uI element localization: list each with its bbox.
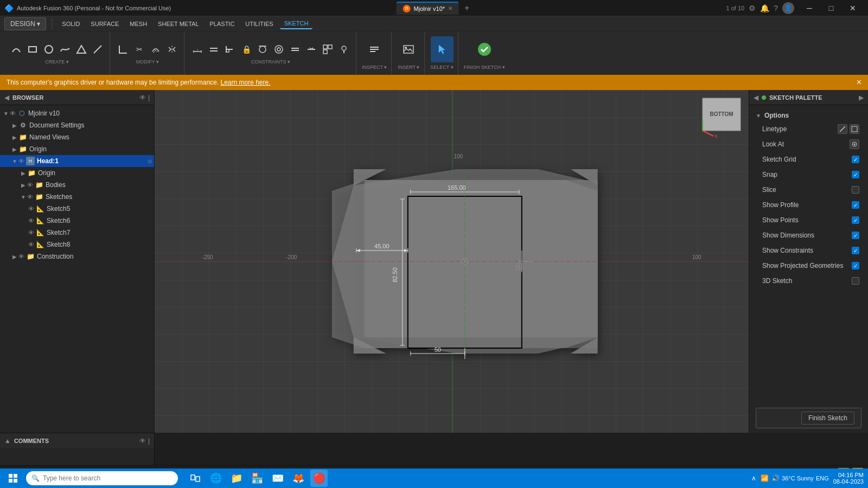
3d-sketch-checkbox[interactable] (852, 277, 859, 285)
comments-eye-btn[interactable]: 👁 (139, 437, 146, 445)
tree-item-bodies[interactable]: ▶ 👁 📁 Bodies (0, 179, 154, 191)
tray-expand[interactable]: ∧ (749, 474, 758, 483)
tree-item-sketch8[interactable]: 👁 📐 Sketch8 (0, 239, 154, 251)
browser-expand-btn[interactable]: | (148, 94, 150, 101)
tool-rect[interactable] (25, 42, 40, 57)
taskbar-search[interactable]: 🔍 (26, 471, 178, 485)
close-btn[interactable]: ✕ (842, 0, 864, 16)
menu-utilities[interactable]: UTILITIES (241, 19, 277, 29)
palette-3d-sketch[interactable]: 3D Sketch (749, 273, 868, 288)
show-projected-checkbox[interactable] (852, 262, 859, 269)
tree-item-named-views[interactable]: ▶ 📁 Named Views (0, 131, 154, 143)
show-profile-checkbox[interactable] (852, 201, 859, 209)
tool-parallel[interactable] (206, 42, 221, 57)
tool-concentric[interactable] (271, 42, 286, 57)
maximize-btn[interactable]: □ (820, 0, 842, 16)
tool-triangle[interactable] (74, 42, 89, 57)
taskbar-store[interactable]: 🏪 (248, 470, 266, 487)
look-at-icon[interactable] (850, 139, 859, 149)
browser-eye-btn[interactable]: 👁 (139, 94, 146, 101)
tool-pattern[interactable] (320, 42, 335, 57)
tool-equal[interactable] (288, 42, 303, 57)
palette-slice[interactable]: Slice (749, 182, 868, 197)
snap-checkbox[interactable] (852, 171, 859, 178)
taskbar-firefox[interactable]: 🦊 (290, 470, 307, 487)
tool-tangent[interactable] (255, 42, 270, 57)
tool-trim[interactable]: ✂ (132, 42, 147, 57)
tray-network[interactable]: 📶 (760, 474, 769, 483)
menu-sheet-metal[interactable]: SHEET METAL (154, 19, 203, 29)
tree-item-doc-settings[interactable]: ▶ ⚙ Document Settings (0, 119, 154, 131)
tool-spline[interactable] (58, 42, 73, 57)
tree-item-sketch5[interactable]: 👁 📐 Sketch5 (0, 203, 154, 215)
tree-item-sketches[interactable]: ▼ 👁 📁 Sketches (0, 191, 154, 203)
linetype-icon1[interactable] (838, 124, 847, 134)
main-tab[interactable]: ⚙ Mjolnir v10* ✕ (397, 2, 459, 15)
taskbar-edge[interactable]: 🌐 (207, 470, 225, 487)
warning-close[interactable]: × (857, 78, 861, 87)
minimize-btn[interactable]: ─ (799, 0, 820, 16)
palette-show-constraints[interactable]: Show Constraints (749, 243, 868, 258)
palette-show-projected[interactable]: Show Projected Geometries (749, 258, 868, 273)
tool-offset[interactable] (148, 42, 163, 57)
taskbar-mail[interactable]: ✉️ (269, 470, 286, 487)
palette-show-points[interactable]: Show Points (749, 213, 868, 228)
show-dimensions-checkbox[interactable] (852, 232, 859, 239)
tool-mirror[interactable] (164, 42, 180, 57)
palette-sketch-grid[interactable]: Sketch Grid (749, 152, 868, 167)
comments-collapse-btn[interactable]: ▲ (4, 437, 11, 445)
tree-item-head1[interactable]: ▼ 👁 H Head:1 ⊙ (0, 155, 154, 167)
taskbar-clock[interactable]: 04:16 PM 08-04-2023 (833, 472, 864, 485)
tool-lock[interactable]: 🔒 (239, 42, 254, 57)
start-button[interactable] (4, 470, 22, 487)
finish-sketch-button[interactable]: Finish Sketch (801, 412, 854, 425)
taskbar-explorer[interactable]: 📁 (228, 470, 245, 487)
tree-item-origin-root[interactable]: ▶ 📁 Origin (0, 143, 154, 155)
show-points-checkbox[interactable] (852, 216, 859, 224)
tool-dimension[interactable] (190, 42, 205, 57)
show-constraints-checkbox[interactable] (852, 247, 859, 254)
tree-item-sketch7[interactable]: 👁 📐 Sketch7 (0, 227, 154, 239)
warning-link[interactable]: Learn more here. (220, 79, 270, 86)
palette-expand-arrow[interactable]: ▶ (859, 94, 864, 101)
menu-plastic[interactable]: PLASTIC (206, 19, 239, 29)
menu-solid[interactable]: SOLID (58, 19, 84, 29)
taskbar-task-view[interactable] (187, 470, 204, 487)
tool-fix[interactable] (336, 42, 352, 57)
tree-item-origin-head[interactable]: ▶ 📁 Origin (0, 167, 154, 179)
orientation-cube[interactable]: BOTTOM X (700, 95, 743, 139)
palette-snap[interactable]: Snap (749, 167, 868, 182)
taskbar-fusion[interactable]: 🔴 (310, 470, 328, 487)
settings-icon[interactable]: ⚙ (749, 4, 756, 12)
tool-circle[interactable] (41, 42, 56, 57)
menu-sketch[interactable]: SKETCH (280, 18, 313, 29)
comments-expand-btn[interactable]: | (148, 437, 150, 445)
tab-close[interactable]: ✕ (448, 5, 452, 11)
viewport[interactable]: -250 -200 -150 -100 -50 100 100 (155, 90, 749, 433)
menu-mesh[interactable]: MESH (125, 19, 151, 29)
help-icon[interactable]: ? (774, 4, 778, 12)
palette-collapse-btn[interactable]: ◀ (754, 94, 758, 101)
tree-item-construction[interactable]: ▶ 👁 📁 Construction (0, 251, 154, 262)
tool-collinear[interactable] (304, 42, 319, 57)
tool-arc[interactable] (9, 42, 24, 57)
design-dropdown[interactable]: DESIGN ▾ (4, 17, 46, 30)
palette-options-header[interactable]: ▼ Options (749, 110, 868, 121)
tool-finish-sketch[interactable] (469, 36, 500, 62)
tool-select[interactable] (431, 36, 454, 62)
tool-insert[interactable] (397, 36, 420, 62)
tree-item-root[interactable]: ▼ 👁 ⬡ Mjolnir v10 (0, 107, 154, 119)
palette-show-profile[interactable]: Show Profile (749, 197, 868, 213)
search-input[interactable] (43, 474, 173, 482)
tool-fillet[interactable] (116, 42, 131, 57)
notification-icon[interactable]: 🔔 (760, 4, 769, 12)
palette-show-dimensions[interactable]: Show Dimensions (749, 228, 868, 243)
tool-line[interactable] (90, 42, 105, 57)
tool-perpendicular[interactable] (222, 42, 238, 57)
menu-surface[interactable]: SURFACE (86, 19, 123, 29)
user-avatar[interactable]: 👤 (782, 2, 794, 14)
browser-collapse-btn[interactable]: ◀ (4, 94, 9, 101)
linetype-icon2[interactable] (850, 124, 859, 134)
tray-volume[interactable]: 🔊 (771, 474, 780, 483)
tool-inspect[interactable] (363, 36, 386, 62)
